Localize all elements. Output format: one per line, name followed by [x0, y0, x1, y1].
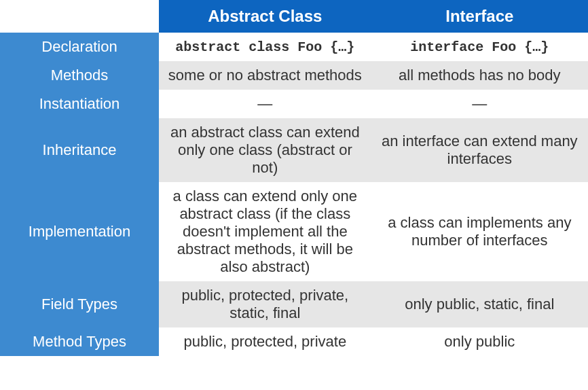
- row-label: Instantiation: [0, 90, 159, 118]
- row-label: Field Types: [0, 281, 159, 327]
- row-label: Method Types: [0, 327, 159, 356]
- cell-value: —: [159, 90, 371, 118]
- cell-value: a class can implements any number of int…: [371, 182, 588, 281]
- cell-value: only public, static, final: [371, 281, 588, 327]
- header-col-abstract: Abstract Class: [159, 0, 371, 33]
- cell-value: public, protected, private: [159, 327, 371, 356]
- row-label: Declaration: [0, 33, 159, 61]
- row-label: Implementation: [0, 182, 159, 281]
- table-header-row: Abstract Class Interface: [0, 0, 588, 33]
- cell-value: public, protected, private, static, fina…: [159, 281, 371, 327]
- cell-value: interface Foo {…}: [371, 33, 588, 61]
- table-row: Method Types public, protected, private …: [0, 327, 588, 356]
- cell-value: some or no abstract methods: [159, 61, 371, 90]
- cell-value: abstract class Foo {…}: [159, 33, 371, 61]
- table-row: Instantiation — —: [0, 90, 588, 118]
- cell-value: all methods has no body: [371, 61, 588, 90]
- table-row: Field Types public, protected, private, …: [0, 281, 588, 327]
- table-row: Methods some or no abstract methods all …: [0, 61, 588, 90]
- cell-value: a class can extend only one abstract cla…: [159, 182, 371, 281]
- header-blank: [0, 0, 159, 33]
- cell-value: an abstract class can extend only one cl…: [159, 118, 371, 182]
- table-row: Declaration abstract class Foo {…} inter…: [0, 33, 588, 61]
- cell-value: only public: [371, 327, 588, 356]
- row-label: Inheritance: [0, 118, 159, 182]
- table-row: Implementation a class can extend only o…: [0, 182, 588, 281]
- row-label: Methods: [0, 61, 159, 90]
- cell-value: an interface can extend many interfaces: [371, 118, 588, 182]
- header-col-interface: Interface: [371, 0, 588, 33]
- cell-value: —: [371, 90, 588, 118]
- table-row: Inheritance an abstract class can extend…: [0, 118, 588, 182]
- comparison-table: Abstract Class Interface Declaration abs…: [0, 0, 588, 356]
